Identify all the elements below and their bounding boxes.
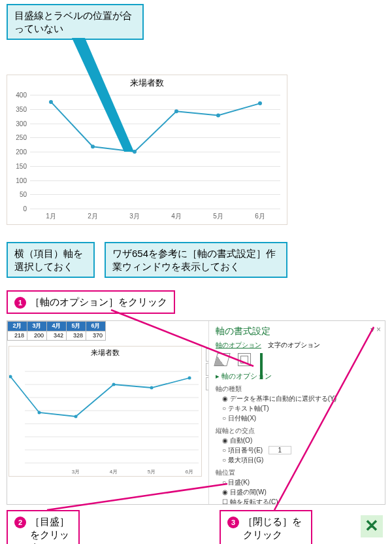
radio-cross-auto[interactable]: ◉ 自動(O) [222, 436, 378, 445]
close-icon[interactable]: ✕ [361, 515, 383, 537]
embedded-line-svg: 3月4月5月6月 [9, 358, 203, 476]
size-icon[interactable] [238, 353, 251, 366]
svg-point-4 [216, 113, 220, 117]
step-3: 3 ［閉じる］をクリック [220, 510, 312, 544]
chart-visitor-count: 来場者数 400 350 300 250 200 150 100 50 0 1月… [7, 75, 287, 225]
svg-point-18 [112, 383, 116, 386]
data-cell: 370 [86, 331, 106, 341]
fill-icon[interactable] [214, 353, 230, 366]
svg-point-17 [74, 415, 78, 418]
svg-point-1 [91, 144, 95, 148]
radio-date-axis[interactable]: ○ 日付軸(X) [222, 414, 378, 422]
data-table: 2月 3月 4月 5月 6月 218 200 342 328 370 [7, 321, 106, 341]
data-cell: 200 [27, 331, 47, 341]
tab-text-options[interactable]: 文字のオプション [268, 341, 320, 349]
axis-options-icon[interactable] [260, 353, 273, 366]
step-2: 2 ［目盛］をクリック [7, 510, 80, 544]
worksheet: 2月 3月 4月 5月 6月 218 200 342 328 370 来場者数 [7, 321, 203, 341]
group-axis-position: 軸位置 [216, 468, 378, 477]
svg-text:3月: 3月 [72, 469, 80, 475]
pane-title: 軸の書式設定 [216, 325, 378, 337]
callout-select-axis: 横（項目）軸を選択しておく [7, 242, 95, 278]
format-axis-pane: ▾ × 軸の書式設定 軸のオプション 文字のオプション ▸ 軸のオプション 軸の… [208, 321, 385, 504]
group-axis-type: 軸の種類 [216, 384, 378, 393]
step-1-text: ［軸のオプション］をクリック [30, 296, 167, 309]
callout-show-pane: ワザ654を参考に［軸の書式設定］作業ウィンドウを表示しておく [105, 242, 287, 278]
svg-point-16 [38, 411, 41, 415]
callout-misalignment: 目盛線とラベルの位置が合っていない [7, 4, 144, 40]
embedded-chart-title: 来場者数 [9, 347, 201, 358]
svg-point-19 [150, 386, 154, 390]
section-axis-options[interactable]: ▸ 軸のオプション [216, 371, 378, 381]
header-cell: 3月 [27, 322, 47, 332]
badge-1: 1 [14, 297, 26, 309]
svg-text:4月: 4月 [110, 469, 118, 475]
step-3-text: ［閉じる］をクリック [243, 515, 304, 541]
data-cell: 328 [67, 331, 86, 341]
step-2-text: ［目盛］をクリック [30, 515, 72, 544]
svg-point-20 [188, 377, 191, 380]
radio-between-tick[interactable]: ◉ 目盛の間(W) [222, 488, 378, 496]
chart-title: 来場者数 [7, 75, 287, 92]
data-cell: 342 [47, 331, 67, 341]
data-cell: 218 [8, 331, 27, 341]
svg-point-5 [258, 101, 262, 105]
header-cell: 5月 [67, 322, 86, 332]
group-cross: 縦軸との交点 [216, 426, 378, 435]
badge-3: 3 [227, 517, 239, 528]
svg-text:5月: 5月 [148, 469, 155, 475]
header-cell: 6月 [86, 322, 106, 332]
radio-cross-item[interactable]: ○ 項目番号(E) 1 [222, 446, 378, 454]
excel-window: 2月 3月 4月 5月 6月 218 200 342 328 370 来場者数 [7, 320, 385, 505]
svg-point-0 [49, 100, 53, 104]
svg-point-3 [174, 109, 178, 113]
radio-text-axis[interactable]: ○ テキスト軸(T) [222, 404, 378, 413]
chart-line-svg [7, 75, 288, 226]
embedded-chart[interactable]: 来場者数 3月4月5月6月 [8, 346, 202, 477]
header-cell: 4月 [47, 322, 67, 332]
header-cell: 2月 [8, 322, 27, 332]
svg-text:6月: 6月 [186, 469, 193, 475]
radio-cross-max[interactable]: ○ 最大項目(G) [222, 456, 378, 464]
tab-axis-options[interactable]: 軸のオプション [216, 341, 261, 349]
radio-auto-type[interactable]: ◉ データを基準に自動的に選択する(Y) [222, 394, 378, 403]
step-1: 1 ［軸のオプション］をクリック [7, 290, 175, 314]
pane-close-button[interactable]: ▾ × [370, 325, 381, 335]
radio-on-tick[interactable]: ○ 目盛(K) [222, 478, 378, 486]
badge-2: 2 [14, 517, 26, 528]
checkbox-reverse[interactable]: ☐ 軸を反転する(C) [222, 498, 378, 505]
